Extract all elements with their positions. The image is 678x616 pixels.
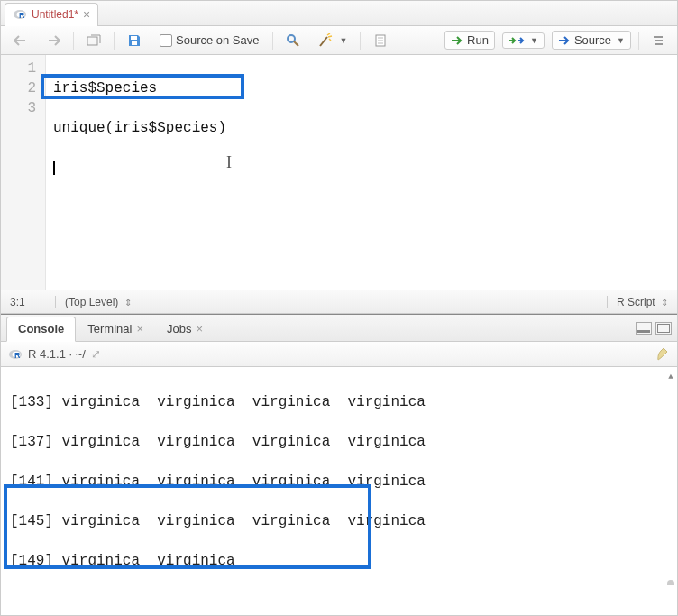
tab-terminal-label: Terminal (87, 322, 132, 336)
text-cursor-icon: I (226, 152, 232, 172)
tab-terminal[interactable]: Terminal × (76, 317, 155, 342)
find-button[interactable] (280, 32, 306, 50)
code-editor[interactable]: 1 2 3 iris$Species unique(iris$Species) … (1, 55, 677, 290)
line-number: 3 (1, 98, 36, 118)
clear-console-button[interactable] (655, 347, 670, 362)
tab-jobs[interactable]: Jobs × (155, 317, 215, 342)
svg-line-8 (320, 37, 327, 46)
cursor-position: 3:1 (10, 296, 55, 308)
editor-tab-bar: R Untitled1* × (1, 1, 677, 26)
updown-icon: ⇕ (124, 298, 132, 308)
editor-tab-title: Untitled1* (32, 8, 78, 21)
cursor (53, 161, 55, 175)
separator (114, 32, 115, 50)
console-tab-bar: Console Terminal × Jobs × (1, 315, 677, 342)
rerun-button[interactable]: ▼ (502, 32, 545, 49)
pane-window-controls (636, 322, 672, 335)
separator (360, 32, 361, 50)
line-number: 2 (1, 78, 36, 98)
close-icon[interactable]: × (136, 322, 143, 336)
svg-text:R: R (19, 11, 25, 20)
scroll-up-icon[interactable]: ▲ (668, 367, 673, 378)
scope-selector[interactable]: (Top Level) ⇕ (55, 296, 607, 308)
separator (272, 32, 273, 50)
language-selector[interactable]: R Script ⇕ (607, 296, 668, 308)
code-line: unique(iris$Species) (53, 118, 670, 138)
chevron-down-icon: ▼ (530, 36, 538, 45)
close-icon[interactable]: × (196, 322, 203, 336)
scope-label: (Top Level) (65, 296, 118, 308)
editor-pane: R Untitled1* × Source on Save (1, 1, 677, 314)
compile-report-button[interactable] (368, 32, 393, 50)
svg-rect-3 (87, 37, 97, 45)
source-on-save-checkbox[interactable]: Source on Save (154, 32, 265, 49)
tab-console-label: Console (18, 322, 64, 336)
run-button[interactable]: Run (444, 31, 495, 50)
console-output[interactable]: [133] virginica virginica virginica virg… (1, 367, 677, 585)
back-button[interactable] (8, 32, 33, 49)
popout-icon[interactable]: ⤢ (91, 347, 101, 361)
console-pane: Console Terminal × Jobs × R R 4.1.1 · ~/… (1, 314, 677, 585)
maximize-pane-button[interactable] (655, 322, 672, 335)
minimize-pane-button[interactable] (636, 322, 652, 335)
code-line: iris$Species (53, 78, 670, 98)
line-gutter: 1 2 3 (1, 55, 46, 290)
scroll-thumb[interactable] (667, 580, 674, 585)
chevron-down-icon: ▼ (340, 36, 348, 45)
tab-jobs-label: Jobs (167, 322, 191, 336)
svg-line-7 (294, 41, 298, 46)
r-logo-icon: R (8, 347, 23, 362)
code-line (53, 158, 670, 178)
console-line: [137] virginica virginica virginica virg… (10, 432, 668, 452)
source-on-save-label: Source on Save (176, 33, 260, 47)
editor-toolbar: Source on Save ▼ Run ▼ Source (1, 26, 677, 55)
separator (638, 32, 639, 50)
tab-console[interactable]: Console (6, 317, 76, 342)
svg-point-6 (288, 35, 295, 42)
checkbox-icon (160, 34, 172, 47)
language-label: R Script (617, 296, 655, 308)
line-number: 1 (1, 59, 36, 78)
code-body[interactable]: iris$Species unique(iris$Species) I (46, 55, 677, 290)
code-tools-button[interactable]: ▼ (313, 32, 353, 50)
run-label: Run (467, 33, 489, 47)
svg-text:R: R (14, 351, 21, 360)
console-line: [145] virginica virginica virginica virg… (10, 511, 668, 531)
svg-rect-4 (131, 36, 137, 40)
console-header-label: R 4.1.1 · ~/ (28, 347, 86, 361)
source-button[interactable]: Source ▼ (552, 31, 631, 50)
close-icon[interactable]: × (83, 8, 90, 21)
source-label: Source (574, 33, 611, 47)
save-button[interactable] (122, 32, 147, 50)
show-in-new-window-button[interactable] (81, 32, 106, 49)
forward-button[interactable] (41, 32, 66, 49)
editor-status-bar: 3:1 (Top Level) ⇕ R Script ⇕ (1, 290, 677, 313)
scrollbar[interactable]: ▲ ▼ (666, 367, 675, 585)
updown-icon: ⇕ (661, 298, 668, 308)
separator (73, 32, 74, 50)
console-line: [149] virginica virginica (10, 551, 668, 571)
scroll-track[interactable] (667, 378, 674, 585)
console-header: R R 4.1.1 · ~/ ⤢ (1, 342, 677, 367)
outline-button[interactable] (646, 32, 670, 49)
editor-tab[interactable]: R Untitled1* × (5, 3, 98, 26)
r-file-icon: R (13, 7, 27, 22)
svg-rect-5 (132, 41, 137, 45)
console-line: [141] virginica virginica virginica virg… (10, 472, 668, 492)
console-line: [133] virginica virginica virginica virg… (10, 392, 668, 412)
chevron-down-icon: ▼ (617, 36, 625, 45)
